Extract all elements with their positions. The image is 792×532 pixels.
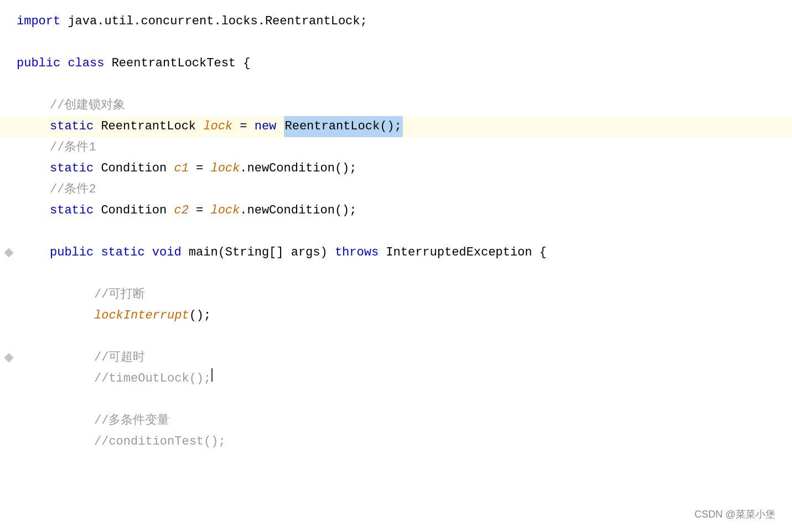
code-line-6: static ReentrantLock lock = new Reentran… xyxy=(0,116,792,137)
code-editor: import java.util.concurrent.locks.Reentr… xyxy=(0,0,792,532)
comment-condition-1: //条件1 xyxy=(50,137,96,158)
code-line-4 xyxy=(0,74,792,95)
keyword-public: public xyxy=(17,53,60,74)
var-lock-ref-1: lock xyxy=(210,158,240,179)
code-line-16 xyxy=(0,326,792,347)
code-line-17: //可超时 xyxy=(0,347,792,368)
gutter-icon-timeout xyxy=(4,353,13,362)
code-text: java.util.concurrent.locks.ReentrantLock… xyxy=(60,11,367,32)
var-c2: c2 xyxy=(174,200,188,221)
comment-timeout: //可超时 xyxy=(94,347,145,368)
var-lock: lock xyxy=(203,116,232,137)
code-line-5: //创建锁对象 xyxy=(0,95,792,116)
var-lock-ref-2: lock xyxy=(210,200,240,221)
keyword-static-1: static xyxy=(50,116,94,137)
keyword-public-2: public xyxy=(50,242,94,263)
var-c1: c1 xyxy=(174,158,188,179)
code-line-18: //timeOutLock(); xyxy=(0,368,792,389)
code-line-13 xyxy=(0,263,792,284)
highlight-reentrantlock-call: ReentrantLock(); xyxy=(284,116,403,137)
code-line-8: static Condition c1 = lock.newCondition(… xyxy=(0,158,792,179)
keyword-static-2: static xyxy=(50,158,94,179)
code-line-3: public class ReentrantLockTest { xyxy=(0,53,792,74)
code-line-7: //条件1 xyxy=(0,137,792,158)
watermark-text: CSDN @菜菜小堡 xyxy=(695,509,775,520)
keyword-static-4: static xyxy=(101,242,144,263)
keyword-new-1: new xyxy=(255,116,277,137)
code-line-11 xyxy=(0,221,792,242)
comment-multi-condition: //多条件变量 xyxy=(94,410,169,431)
gutter-icon-main xyxy=(4,248,13,257)
comment-timeoutlock: //timeOutLock(); xyxy=(94,368,211,389)
keyword-import: import xyxy=(17,11,60,32)
code-line-12: public static void main(String[] args) t… xyxy=(0,242,792,263)
code-line-15: lockInterrupt(); xyxy=(0,305,792,326)
keyword-throws: throws xyxy=(335,242,379,263)
keyword-void: void xyxy=(152,242,182,263)
comment-create-lock: //创建锁对象 xyxy=(50,95,125,116)
text-cursor xyxy=(211,368,213,382)
code-line-21: //conditionTest(); xyxy=(0,431,792,452)
code-line-1: import java.util.concurrent.locks.Reentr… xyxy=(0,11,792,32)
comment-conditiontest: //conditionTest(); xyxy=(94,431,226,452)
watermark: CSDN @菜菜小堡 xyxy=(695,508,775,521)
code-line-10: static Condition c2 = lock.newCondition(… xyxy=(0,200,792,221)
code-line-2 xyxy=(0,32,792,53)
keyword-class: class xyxy=(68,53,104,74)
keyword-static-3: static xyxy=(50,200,94,221)
code-line-9: //条件2 xyxy=(0,179,792,200)
comment-condition-2: //条件2 xyxy=(50,179,96,200)
code-line-14: //可打断 xyxy=(0,284,792,305)
comment-interruptible: //可打断 xyxy=(94,284,145,305)
method-lockInterrupt: lockInterrupt xyxy=(94,305,189,326)
code-line-20: //多条件变量 xyxy=(0,410,792,431)
code-line-19 xyxy=(0,389,792,410)
